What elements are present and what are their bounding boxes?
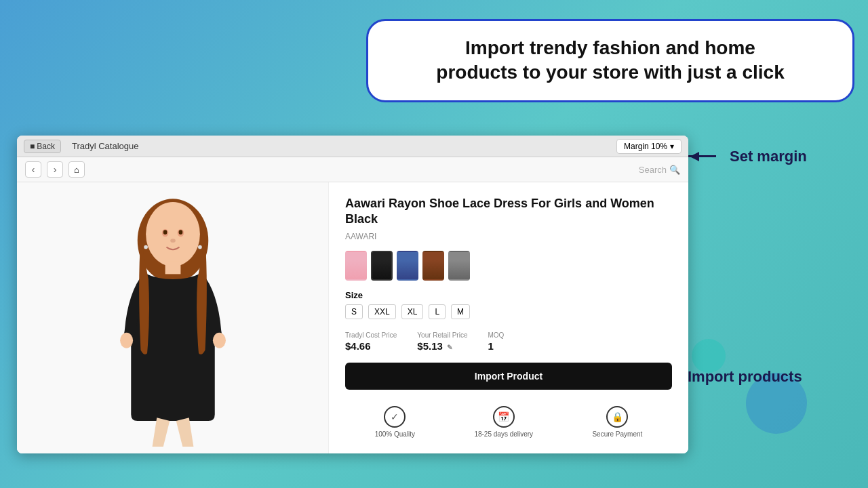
product-model-image	[92, 189, 254, 447]
swatch-black[interactable]	[371, 251, 393, 281]
badge-payment: 🔒 Secure Payment	[592, 406, 642, 438]
home-button[interactable]: ⌂	[68, 161, 85, 178]
nav-forward-button[interactable]: ›	[47, 161, 63, 178]
browser-back-button[interactable]: ■ Back	[24, 140, 61, 153]
product-brand: AAWARI	[345, 232, 672, 241]
svg-point-7	[163, 230, 167, 235]
hero-callout-text: Import trendy fashion and home products …	[393, 36, 828, 85]
edit-price-icon[interactable]: ✎	[447, 344, 452, 351]
browser-title: Tradyl Catalogue	[72, 141, 139, 151]
set-margin-annotation: Set margin	[685, 148, 807, 165]
browser-toolbar: ‹ › ⌂ Search 🔍	[17, 157, 688, 182]
svg-point-10	[144, 245, 148, 249]
cost-price-label: Tradyl Cost Price	[345, 331, 397, 339]
size-options: S XXL XL L M	[345, 304, 672, 319]
swatch-blue[interactable]	[397, 251, 418, 281]
product-area: Aawari Rayon Shoe Lace Dress For Girls a…	[17, 182, 688, 453]
swatch-grey[interactable]	[448, 251, 470, 281]
badge-quality: ✓ 100% Quality	[375, 406, 415, 438]
nav-back-button[interactable]: ‹	[25, 161, 41, 178]
browser-window: ■ Back Tradyl Catalogue Margin 10% ▾ ‹ ›…	[17, 136, 688, 453]
search-label: Search	[639, 165, 667, 175]
size-m[interactable]: M	[451, 304, 470, 319]
product-title: Aawari Rayon Shoe Lace Dress For Girls a…	[345, 196, 672, 228]
retail-price-block: Your Retail Price $5.13 ✎	[417, 331, 467, 352]
size-xl[interactable]: XL	[401, 304, 424, 319]
hero-callout: Import trendy fashion and home products …	[366, 19, 854, 102]
svg-point-11	[198, 245, 202, 249]
quality-icon: ✓	[384, 406, 406, 428]
size-s[interactable]: S	[345, 304, 363, 319]
search-area: Search 🔍	[639, 165, 680, 175]
svg-point-8	[178, 230, 182, 235]
svg-point-3	[120, 333, 133, 348]
search-icon[interactable]: 🔍	[669, 165, 680, 175]
color-swatches	[345, 251, 672, 281]
size-l[interactable]: L	[429, 304, 446, 319]
svg-rect-2	[165, 261, 180, 274]
pricing-row: Tradyl Cost Price $4.66 Your Retail Pric…	[345, 331, 672, 352]
set-margin-label: Set margin	[730, 148, 807, 165]
svg-point-1	[146, 202, 200, 266]
moq-value: 1	[488, 340, 504, 352]
cost-price-value: $4.66	[345, 340, 397, 352]
badge-delivery: 📅 18-25 days delivery	[474, 406, 533, 438]
swatch-brown[interactable]	[422, 251, 444, 281]
trust-badges: ✓ 100% Quality 📅 18-25 days delivery 🔒 S…	[345, 401, 672, 443]
set-margin-arrow	[685, 152, 726, 161]
chevron-down-icon: ▾	[670, 142, 674, 151]
margin-button[interactable]: Margin 10% ▾	[616, 139, 682, 154]
payment-icon: 🔒	[606, 406, 628, 428]
delivery-icon: 📅	[493, 406, 515, 428]
browser-titlebar: ■ Back Tradyl Catalogue Margin 10% ▾	[17, 136, 688, 157]
product-details: Aawari Rayon Shoe Lace Dress For Girls a…	[329, 182, 688, 453]
size-label: Size	[345, 290, 672, 300]
swatch-pink[interactable]	[345, 251, 367, 281]
size-xxl[interactable]: XXL	[368, 304, 396, 319]
svg-point-9	[170, 239, 176, 243]
product-image-section	[17, 182, 329, 453]
browser-content: ‹ › ⌂ Search 🔍	[17, 157, 688, 453]
svg-point-4	[212, 333, 225, 348]
back-icon: ■	[30, 142, 35, 151]
moq-label: MOQ	[488, 331, 504, 339]
moq-block: MOQ 1	[488, 331, 504, 352]
cost-price-block: Tradyl Cost Price $4.66	[345, 331, 397, 352]
retail-price-label: Your Retail Price	[417, 331, 467, 339]
import-product-button[interactable]: Import Product	[345, 363, 672, 390]
import-products-label: Import products	[688, 368, 802, 386]
retail-price-value: $5.13 ✎	[417, 340, 467, 352]
